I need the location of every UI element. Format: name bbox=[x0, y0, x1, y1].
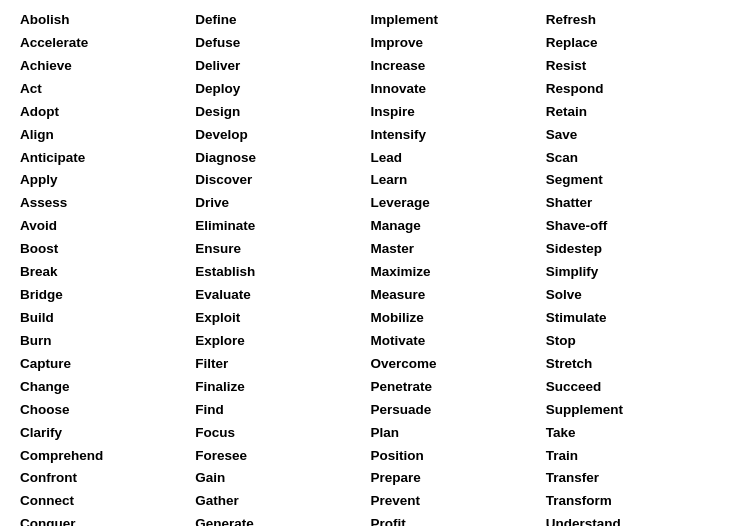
word-item: Understand bbox=[546, 514, 721, 526]
word-item: Mobilize bbox=[371, 308, 546, 329]
word-item: Prevent bbox=[371, 491, 546, 512]
word-item: Maximize bbox=[371, 262, 546, 283]
word-item: Respond bbox=[546, 79, 721, 100]
word-item: Shave-off bbox=[546, 216, 721, 237]
word-item: Retain bbox=[546, 102, 721, 123]
word-item: Motivate bbox=[371, 331, 546, 352]
word-item: Transfer bbox=[546, 468, 721, 489]
word-item: Design bbox=[195, 102, 370, 123]
column-1: AbolishAccelerateAchieveActAdoptAlignAnt… bbox=[20, 10, 195, 526]
word-item: Save bbox=[546, 125, 721, 146]
word-item: Develop bbox=[195, 125, 370, 146]
word-item: Eliminate bbox=[195, 216, 370, 237]
word-item: Replace bbox=[546, 33, 721, 54]
word-item: Change bbox=[20, 377, 195, 398]
word-item: Assess bbox=[20, 193, 195, 214]
word-item: Prepare bbox=[371, 468, 546, 489]
word-item: Shatter bbox=[546, 193, 721, 214]
word-item: Drive bbox=[195, 193, 370, 214]
word-item: Scan bbox=[546, 148, 721, 169]
word-item: Focus bbox=[195, 423, 370, 444]
word-item: Deploy bbox=[195, 79, 370, 100]
word-item: Defuse bbox=[195, 33, 370, 54]
word-item: Discover bbox=[195, 170, 370, 191]
word-item: Explore bbox=[195, 331, 370, 352]
word-item: Gather bbox=[195, 491, 370, 512]
word-item: Define bbox=[195, 10, 370, 31]
word-item: Sidestep bbox=[546, 239, 721, 260]
word-item: Act bbox=[20, 79, 195, 100]
word-item: Build bbox=[20, 308, 195, 329]
word-item: Increase bbox=[371, 56, 546, 77]
word-item: Find bbox=[195, 400, 370, 421]
word-item: Inspire bbox=[371, 102, 546, 123]
word-item: Take bbox=[546, 423, 721, 444]
word-item: Achieve bbox=[20, 56, 195, 77]
word-item: Stimulate bbox=[546, 308, 721, 329]
word-item: Solve bbox=[546, 285, 721, 306]
column-4: RefreshReplaceResistRespondRetainSaveSca… bbox=[546, 10, 721, 526]
word-item: Comprehend bbox=[20, 446, 195, 467]
word-item: Segment bbox=[546, 170, 721, 191]
word-item: Conquer bbox=[20, 514, 195, 526]
word-item: Connect bbox=[20, 491, 195, 512]
word-item: Leverage bbox=[371, 193, 546, 214]
word-item: Gain bbox=[195, 468, 370, 489]
column-3: ImplementImproveIncreaseInnovateInspireI… bbox=[371, 10, 546, 526]
word-item: Evaluate bbox=[195, 285, 370, 306]
word-item: Manage bbox=[371, 216, 546, 237]
word-item: Avoid bbox=[20, 216, 195, 237]
word-item: Plan bbox=[371, 423, 546, 444]
column-2: DefineDefuseDeliverDeployDesignDevelopDi… bbox=[195, 10, 370, 526]
word-item: Overcome bbox=[371, 354, 546, 375]
word-item: Intensify bbox=[371, 125, 546, 146]
word-item: Anticipate bbox=[20, 148, 195, 169]
word-item: Adopt bbox=[20, 102, 195, 123]
word-item: Ensure bbox=[195, 239, 370, 260]
word-item: Stop bbox=[546, 331, 721, 352]
word-item: Bridge bbox=[20, 285, 195, 306]
word-item: Deliver bbox=[195, 56, 370, 77]
word-item: Resist bbox=[546, 56, 721, 77]
word-item: Position bbox=[371, 446, 546, 467]
word-item: Persuade bbox=[371, 400, 546, 421]
word-item: Burn bbox=[20, 331, 195, 352]
word-item: Clarify bbox=[20, 423, 195, 444]
word-item: Stretch bbox=[546, 354, 721, 375]
word-item: Transform bbox=[546, 491, 721, 512]
word-item: Choose bbox=[20, 400, 195, 421]
word-item: Filter bbox=[195, 354, 370, 375]
word-item: Foresee bbox=[195, 446, 370, 467]
word-item: Apply bbox=[20, 170, 195, 191]
word-item: Penetrate bbox=[371, 377, 546, 398]
word-item: Generate bbox=[195, 514, 370, 526]
word-item: Improve bbox=[371, 33, 546, 54]
word-item: Simplify bbox=[546, 262, 721, 283]
word-item: Lead bbox=[371, 148, 546, 169]
word-item: Break bbox=[20, 262, 195, 283]
word-item: Profit bbox=[371, 514, 546, 526]
word-item: Exploit bbox=[195, 308, 370, 329]
word-item: Establish bbox=[195, 262, 370, 283]
word-item: Capture bbox=[20, 354, 195, 375]
word-item: Succeed bbox=[546, 377, 721, 398]
word-item: Innovate bbox=[371, 79, 546, 100]
word-item: Refresh bbox=[546, 10, 721, 31]
word-item: Train bbox=[546, 446, 721, 467]
word-item: Diagnose bbox=[195, 148, 370, 169]
word-item: Learn bbox=[371, 170, 546, 191]
word-item: Measure bbox=[371, 285, 546, 306]
word-item: Boost bbox=[20, 239, 195, 260]
word-grid: AbolishAccelerateAchieveActAdoptAlignAnt… bbox=[20, 10, 721, 526]
word-item: Finalize bbox=[195, 377, 370, 398]
word-item: Confront bbox=[20, 468, 195, 489]
word-item: Implement bbox=[371, 10, 546, 31]
word-item: Master bbox=[371, 239, 546, 260]
word-item: Align bbox=[20, 125, 195, 146]
word-item: Supplement bbox=[546, 400, 721, 421]
word-item: Abolish bbox=[20, 10, 195, 31]
word-item: Accelerate bbox=[20, 33, 195, 54]
